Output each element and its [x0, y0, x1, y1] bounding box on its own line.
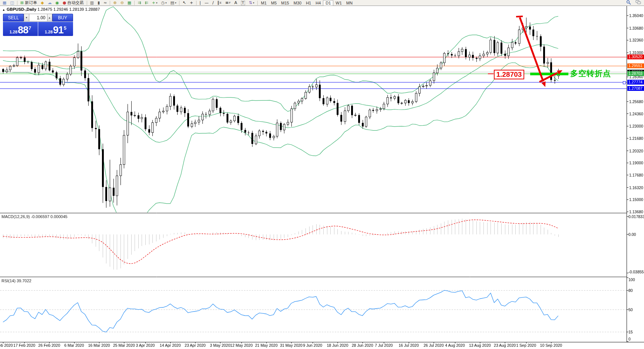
- buy-price-pip: 5: [64, 25, 66, 31]
- charts-icon[interactable]: ▦: [1, 0, 8, 6]
- date-axis-label[interactable]: 6 Mar 2020: [61, 343, 87, 348]
- candlestick-chart-icon[interactable]: ▮: [96, 0, 101, 6]
- zoom-out-icon: ⊖: [120, 1, 124, 5]
- channel-icon-sub: E: [220, 1, 222, 4]
- chat-icon[interactable]: [635, 0, 641, 6]
- price-axis-tick: 1.23000: [629, 124, 643, 128]
- fibonacci-icon[interactable]: ≡F: [224, 0, 232, 6]
- sell-price-panel[interactable]: 1.28 88 7: [3, 22, 38, 36]
- date-axis-label[interactable]: 4 Aug 2020: [442, 343, 468, 348]
- price-axis-tick: 1.31000: [629, 50, 643, 55]
- turning-point-price-tag[interactable]: 1.28703: [494, 70, 524, 79]
- label-icon[interactable]: T: [240, 0, 247, 6]
- auto-scroll-icon: ⇉: [138, 1, 141, 5]
- zoom-out-icon[interactable]: ⊖: [119, 0, 125, 6]
- timeframe-button-m15[interactable]: M15: [279, 0, 291, 6]
- date-axis-label[interactable]: 23 Apr 2020: [182, 343, 208, 348]
- trendline-icon[interactable]: /: [211, 0, 215, 6]
- chart-shift-icon: ⇇: [145, 1, 148, 5]
- templates-button[interactable]: ▤▾: [169, 0, 178, 6]
- tile-windows-icon[interactable]: ▦: [126, 0, 133, 6]
- chart-shift-icon[interactable]: ⇇: [143, 0, 149, 6]
- cursor-icon[interactable]: ↖: [181, 0, 187, 6]
- horizontal-line-icon[interactable]: —: [203, 0, 210, 6]
- zoom-in-icon[interactable]: ⊕: [112, 0, 118, 6]
- new-order-button[interactable]: ⊞新订单: [19, 0, 39, 6]
- price-line-badge: 1.28703: [627, 71, 644, 76]
- crosshair-icon[interactable]: +: [188, 0, 195, 6]
- timeframe-button-m5[interactable]: M5: [269, 0, 279, 6]
- signals-icon[interactable]: ◉: [54, 0, 61, 6]
- timeframe-button-mn[interactable]: MN: [344, 0, 355, 6]
- date-axis-label[interactable]: 10 Sep 2020: [538, 343, 564, 348]
- timeframe-button-d1[interactable]: D1: [323, 0, 333, 6]
- candlestick-chart-icon: ▮: [98, 1, 100, 5]
- zoom-in-icon: ⊕: [113, 1, 116, 5]
- timeframe-button-m1[interactable]: M1: [259, 0, 269, 6]
- ohlc-values: 1.28475 1.29246 1.28139 1.28887: [37, 7, 100, 11]
- one-click-trading-panel: SELL ▼ ▲ BUY 1.28 88 7 1.28 91 5: [3, 14, 73, 36]
- channel-icon: ∥: [217, 1, 219, 5]
- channel-icon[interactable]: ∥E: [216, 0, 223, 6]
- timeframe-button-h4[interactable]: H4: [313, 0, 323, 6]
- indicators-button: +: [152, 1, 155, 5]
- price-line-badge: 1.27087: [627, 86, 644, 91]
- periods-button-dropdown-arrow: ▾: [165, 1, 167, 4]
- volume-input[interactable]: [29, 14, 47, 22]
- date-axis-label[interactable]: 1 Sep 2020: [513, 343, 539, 348]
- price-chart-canvas[interactable]: [0, 0, 644, 349]
- autotrading-button[interactable]: ●自动交易: [61, 0, 85, 6]
- buy-price-panel[interactable]: 1.28 91 5: [38, 22, 73, 36]
- date-axis-label[interactable]: 3 Apr 2020: [132, 343, 158, 348]
- market-watch-icon[interactable]: ◫: [9, 0, 15, 6]
- line-chart-icon[interactable]: ≈: [102, 0, 108, 6]
- history-center-icon[interactable]: ◆: [39, 0, 45, 6]
- price-line-badge: 1.27774: [627, 80, 644, 85]
- history-center-icon: ◆: [41, 1, 44, 5]
- bar-chart-icon[interactable]: ▥: [89, 0, 95, 6]
- timeframe-button-m30[interactable]: M30: [291, 0, 304, 6]
- indicators-button[interactable]: +▾: [151, 0, 159, 6]
- line-selection-handle[interactable]: [623, 81, 626, 84]
- date-axis-label[interactable]: 26 Feb 2020: [36, 343, 62, 348]
- autotrading-button: ●: [63, 1, 66, 5]
- text-icon[interactable]: A: [233, 0, 239, 6]
- new-order-button-label: 新订单: [25, 0, 37, 6]
- collapse-triangle-icon[interactable]: ▲: [2, 8, 5, 11]
- volume-down-button[interactable]: ▼: [24, 14, 29, 22]
- rsi-indicator-label: RSI(14) 39.7022: [1, 279, 32, 283]
- date-axis-label[interactable]: 12 May 2020: [228, 343, 254, 348]
- main-toolbar: ▦◫⊞新订单◆☁◉●自动交易▥▮≈⊕⊖▦⇉⇇+▾◷▾▤▾↖+|—/∥E≡FAT⇅…: [0, 0, 644, 6]
- shapes-button[interactable]: ⇅▾: [247, 0, 256, 6]
- periods-button[interactable]: ◷▾: [159, 0, 168, 6]
- timeframe-button-w1[interactable]: W1: [333, 0, 344, 6]
- price-axis-tick: 1.13680: [629, 210, 643, 214]
- volume-up-button[interactable]: ▲: [47, 14, 52, 22]
- vertical-line-icon: |: [199, 1, 201, 5]
- macd-axis-tick: -0.038559: [628, 270, 644, 274]
- buy-button[interactable]: BUY: [52, 14, 73, 22]
- buy-price-big: 91: [53, 25, 63, 35]
- date-axis-label[interactable]: 9 Jun 2020: [300, 343, 326, 348]
- rsi-axis-tick: 100: [628, 277, 635, 282]
- terminal-icon[interactable]: ☁: [46, 0, 53, 6]
- horizontal-line-icon: —: [205, 1, 209, 5]
- turning-point-text[interactable]: 多空转折点: [570, 68, 611, 79]
- price-line-badge: 1.30520: [627, 55, 644, 59]
- date-axis-label[interactable]: 21 May 2020: [253, 343, 279, 348]
- sell-button[interactable]: SELL: [3, 14, 24, 22]
- date-axis-label[interactable]: 16 Jul 2020: [396, 343, 422, 348]
- date-axis-label[interactable]: 14 Apr 2020: [157, 343, 183, 348]
- date-axis-label[interactable]: 13 Aug 2020: [467, 343, 493, 348]
- search-icon[interactable]: [626, 0, 631, 6]
- auto-scroll-icon[interactable]: ⇉: [136, 0, 142, 6]
- vertical-line-icon[interactable]: |: [198, 0, 202, 6]
- date-axis-label[interactable]: 16 Mar 2020: [86, 343, 112, 348]
- date-axis-label[interactable]: 7 Jul 2020: [371, 343, 397, 348]
- date-axis-label[interactable]: 17 Feb 2020: [11, 343, 37, 348]
- macd-axis-tick: 0.00: [628, 232, 636, 237]
- crosshair-icon: +: [190, 1, 193, 5]
- rsi-axis-tick: 50: [628, 307, 633, 312]
- timeframe-button-h1[interactable]: H1: [304, 0, 313, 6]
- date-axis-label[interactable]: 18 Jun 2020: [324, 343, 350, 348]
